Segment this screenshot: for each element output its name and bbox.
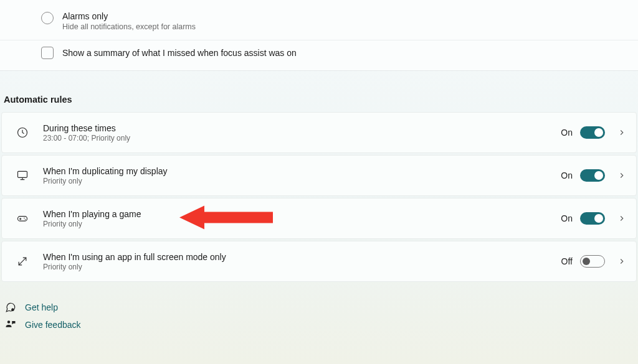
radio-label: Alarms only — [62, 11, 196, 21]
radio-text-group: Alarms only Hide all notifications, exce… — [62, 11, 196, 31]
rule-row[interactable]: When I'm playing a gamePriority onlyOn — [1, 198, 637, 239]
chevron-right-icon[interactable] — [616, 127, 627, 138]
rule-title: When I'm duplicating my display — [43, 166, 561, 176]
toggle-switch[interactable] — [580, 126, 605, 139]
rule-row[interactable]: When I'm duplicating my displayPriority … — [1, 155, 637, 196]
rules-list: During these times23:00 - 07:00; Priorit… — [0, 112, 638, 282]
fullscreen-icon — [16, 254, 29, 268]
toggle-state-label: On — [561, 213, 573, 223]
rule-text: During these times23:00 - 07:00; Priorit… — [43, 123, 561, 142]
toggle-switch[interactable] — [580, 169, 605, 182]
help-icon: ? — [5, 302, 16, 313]
feedback-icon — [5, 319, 16, 330]
rule-subtitle: 23:00 - 07:00; Priority only — [43, 134, 561, 142]
rule-row[interactable]: When I'm using an app in full screen mod… — [1, 241, 637, 282]
svg-rect-2 — [18, 217, 27, 222]
rule-controls: Off — [561, 255, 627, 268]
toggle-state-label: On — [561, 170, 573, 180]
give-feedback-link[interactable]: Give feedback — [5, 319, 638, 330]
summary-checkbox-row[interactable]: Show a summary of what I missed when foc… — [0, 40, 638, 70]
toggle-state-label: Off — [561, 256, 573, 266]
rule-title: When I'm using an app in full screen mod… — [43, 252, 561, 262]
rule-text: When I'm duplicating my displayPriority … — [43, 166, 561, 185]
automatic-rules-heading: Automatic rules — [0, 71, 638, 112]
checkbox-icon — [41, 47, 54, 59]
svg-rect-1 — [18, 171, 27, 177]
radio-icon — [41, 12, 54, 24]
toggle-state-label: On — [561, 128, 573, 138]
toggle-switch[interactable] — [580, 255, 605, 268]
rule-controls: On — [561, 212, 627, 225]
chevron-right-icon[interactable] — [616, 213, 627, 224]
rule-subtitle: Priority only — [43, 220, 561, 228]
rule-subtitle: Priority only — [43, 177, 561, 185]
get-help-label: Get help — [25, 302, 58, 312]
svg-text:?: ? — [12, 309, 13, 311]
footer-links: ? Get help Give feedback — [0, 282, 638, 330]
rule-title: When I'm playing a game — [43, 209, 561, 219]
rule-subtitle: Priority only — [43, 263, 561, 271]
radio-description: Hide all notifications, except for alarm… — [62, 22, 196, 31]
focus-mode-section: Alarms only Hide all notifications, exce… — [0, 0, 638, 71]
rule-text: When I'm playing a gamePriority only — [43, 209, 561, 228]
svg-point-8 — [7, 320, 11, 324]
radio-alarms-only[interactable]: Alarms only Hide all notifications, exce… — [0, 0, 638, 40]
monitor-icon — [16, 169, 29, 182]
checkbox-label: Show a summary of what I missed when foc… — [62, 48, 297, 58]
give-feedback-label: Give feedback — [25, 320, 81, 330]
get-help-link[interactable]: ? Get help — [5, 302, 638, 313]
chevron-right-icon[interactable] — [616, 256, 627, 267]
rule-text: When I'm using an app in full screen mod… — [43, 252, 561, 271]
rule-controls: On — [561, 126, 627, 139]
rule-title: During these times — [43, 123, 561, 133]
chevron-right-icon[interactable] — [616, 170, 627, 181]
gamepad-icon — [16, 212, 29, 225]
rule-row[interactable]: During these times23:00 - 07:00; Priorit… — [1, 112, 637, 153]
toggle-switch[interactable] — [580, 212, 605, 225]
svg-point-3 — [24, 218, 24, 219]
svg-point-4 — [25, 219, 26, 220]
rule-controls: On — [561, 169, 627, 182]
clock-icon — [16, 126, 29, 139]
